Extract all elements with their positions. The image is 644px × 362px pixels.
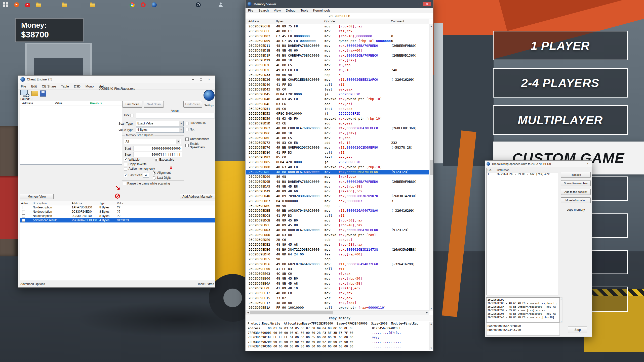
- alignment-radio[interactable]: [153, 171, 156, 174]
- first-scan-button[interactable]: First Scan: [122, 101, 142, 108]
- hex-checkbox[interactable]: [131, 114, 134, 117]
- scroll-up-icon[interactable]: ▲: [429, 323, 433, 325]
- table-extras-link[interactable]: Table Extras: [197, 282, 214, 286]
- disassembly-row[interactable]: 26C2D69ED2C4C 8B C5movr8,rbp: [246, 63, 429, 68]
- disassembly-row[interactable]: 26C2D69ED4385 C0testeax,eax: [246, 87, 429, 92]
- scroll-down-icon[interactable]: ▼: [429, 307, 433, 310]
- copy-memory-button[interactable]: copy memory: [246, 315, 433, 321]
- hex-row[interactable]: 7FF63B409010FF FF FF FF 01 00 00 00 05 0…: [246, 335, 429, 340]
- close-button[interactable]: ×: [423, 2, 431, 6]
- scroll-right-icon[interactable]: ▶: [425, 311, 429, 314]
- last-digits-radio[interactable]: [153, 176, 156, 179]
- column-header-active[interactable]: Active: [21, 202, 29, 205]
- scroll-thumb[interactable]: [250, 311, 333, 314]
- address-table-row[interactable]: No description2C830F24ED08 Bytes??: [20, 210, 215, 214]
- undo-scan-button[interactable]: Undo Scan: [183, 101, 202, 108]
- column-header-type[interactable]: Type: [99, 202, 105, 205]
- disassembly-row[interactable]: 26C2D69EDBC66 90nop2: [246, 204, 429, 208]
- disassembly-row[interactable]: 26C2D69EDB7BA 03000000movedx,000000033: [246, 199, 429, 204]
- disassembly-row[interactable]: 26C2D69EDAD48 B9 709D203D6B020000movrcx,…: [246, 194, 429, 199]
- column-header-comment[interactable]: Comment: [391, 20, 404, 23]
- scan-region-dropdown[interactable]: All: [124, 139, 181, 144]
- disassembly-row[interactable]: 26C2D69ED4B48 63 45 F0movsxdrax,dword pt…: [246, 97, 429, 102]
- disassembly-row[interactable]: 26C2D69EDA548 8B 4D E8movrcx,[rbp-18]: [246, 184, 429, 189]
- enable-speedhack-checkbox[interactable]: [185, 144, 189, 147]
- disassembly-row[interactable]: 26C2D69EDBE49 BB A03807946A020000movr11,…: [246, 208, 429, 213]
- disassembly-row[interactable]: 26C2D69ED5D03 CEaddecx,esi: [246, 121, 429, 126]
- opcode-list[interactable]: Co...Instruction 126C2D69ED99 - 89 08 - …: [486, 168, 558, 295]
- disassembly-row[interactable]: 26C2D69ED8B48 63 4D F0movsxdrcx,dword pt…: [246, 165, 429, 170]
- scroll-up-icon[interactable]: ▲: [560, 298, 562, 300]
- button-replace[interactable]: Replace: [561, 172, 591, 178]
- menu-item-kernel-tools[interactable]: Kernel tools: [313, 9, 331, 12]
- disassembly-row[interactable]: 26C2D69EDDD48 63 00movsxdrax,dword ptr […: [246, 233, 429, 238]
- menu-button-1-player[interactable]: 1 PLAYER: [493, 31, 628, 60]
- open-table-icon[interactable]: [31, 91, 38, 96]
- disassembly-row[interactable]: 26C2D69ED450F84 E2010000je26C2D69EF2D: [246, 92, 429, 97]
- not-checkbox[interactable]: [185, 128, 188, 131]
- disassembly-row[interactable]: 26C2D69EE1748 8B 00movrax,[rax]: [246, 301, 429, 305]
- value-input[interactable]: [136, 113, 215, 118]
- row-checkbox[interactable]: [22, 219, 25, 222]
- scan-type-dropdown[interactable]: Exact Value: [136, 121, 184, 126]
- pause-game-checkbox[interactable]: [123, 182, 126, 185]
- disassembly-row[interactable]: 26C2D69EDCF48 89 45 B8mov[rbp-48],rax: [246, 223, 429, 228]
- disassembly-row[interactable]: 26C2D69EE1533 D2xoredx,edx: [246, 296, 429, 301]
- titlebar[interactable]: Cheat Engine 7.5 − □ ×: [18, 76, 215, 83]
- close-button[interactable]: ×: [205, 77, 213, 81]
- advanced-options-link[interactable]: Advanced Options: [20, 282, 45, 286]
- disassembly-row[interactable]: 26C2D69ECFF48 8B F1movrsi,rcx: [246, 29, 429, 34]
- column-header-instruction[interactable]: Instruction: [497, 168, 509, 171]
- disassembly-row[interactable]: 26C2D69EDA948 89 48 60mov[rax+60],rcx: [246, 189, 429, 194]
- value-type-dropdown[interactable]: 4 Bytes: [136, 127, 184, 133]
- disassembly-row[interactable]: 26C2D69ED1F48 B8 C0BE0FA76B020000movrax,…: [246, 53, 429, 58]
- disassembly-scrollbar[interactable]: ▲ ▼: [429, 24, 433, 310]
- address-table-row[interactable]: No description2C830F24ED08 Bytes??: [20, 214, 215, 218]
- no-entry-icon[interactable]: [115, 194, 120, 199]
- disassembly-row[interactable]: 26C2D69ED2F49 83 C0 F0addr8,-10240: [246, 68, 429, 73]
- column-header-co[interactable]: Co...: [488, 168, 493, 171]
- disassembly-row[interactable]: 26C2D69ED0948 C7 45 E8 00000000movqword …: [246, 39, 429, 43]
- disassembly-row[interactable]: 26C2D69ED6F4C 8B C5movr8,rbp: [246, 136, 429, 141]
- button-add-to-the-codelist[interactable]: Add to the codelist: [561, 189, 591, 195]
- hexdump-scrollbar[interactable]: ▲ ▼: [429, 322, 433, 350]
- disassembly-row[interactable]: 26C2D69ED8F48 B8 D0BE0FA76B020000movrax,…: [246, 170, 429, 174]
- disassembly-row[interactable]: 26C2D69ED1B48 8B 48 60movrcx,[rax+60]: [246, 48, 429, 53]
- column-header-address[interactable]: Address: [22, 102, 33, 105]
- select-process-icon[interactable]: [20, 90, 29, 97]
- row-checkbox[interactable]: [22, 210, 25, 213]
- active-memory-checkbox[interactable]: [124, 167, 127, 170]
- found-list[interactable]: AddressValuePrevious: [20, 101, 122, 165]
- row-checkbox[interactable]: [22, 214, 25, 217]
- save-table-icon[interactable]: [40, 90, 46, 97]
- menu-item-search[interactable]: Search: [258, 9, 269, 12]
- disassembly-row[interactable]: 26C2D69EE034C 8B C0movr8,rax: [246, 272, 429, 276]
- disassembly-row[interactable]: 26C2D69EE1AFF 90 10010000callqword ptr […: [246, 305, 429, 310]
- unrandomizer-checkbox[interactable]: [185, 138, 189, 141]
- fast-scan-checkbox[interactable]: [124, 174, 127, 177]
- disassembly-row[interactable]: 26C2D69EE0A48 8B 4D A8movrcx,[rbp-58]: [246, 281, 429, 286]
- disassembly-row[interactable]: 26C2D69ED7249 83 C0 E8addr8,-18232: [246, 141, 429, 145]
- disassembly-row[interactable]: 26C2D69EDD348 B8 D0BE0FA76B020000movrax,…: [246, 228, 429, 233]
- hex-row[interactable]: 7FF63B40902000 00 08 00 00 00 00 00 00 0…: [246, 340, 429, 344]
- lua-formula-checkbox[interactable]: [185, 122, 188, 125]
- disassembly-row[interactable]: 26C2D69ED530F8C D4010000jl26C2D69EF2D: [246, 111, 429, 116]
- maximize-button[interactable]: □: [415, 2, 423, 6]
- start-input[interactable]: [134, 146, 182, 151]
- disassembly-row[interactable]: 26C2D69ED3649 BB C0AF31EE6B020000movr11,…: [246, 77, 429, 82]
- scroll-down-icon[interactable]: ▼: [560, 320, 562, 322]
- disassembly-row[interactable]: 26C2D69ED3366 66 90nop3: [246, 73, 429, 77]
- disassembly-row[interactable]: 26C2D69ED4041 FF D3callr11: [246, 82, 429, 87]
- disassembly-row[interactable]: 26C2D69EDC841 FF D3callr11: [246, 213, 429, 218]
- button-more-information[interactable]: More information: [561, 197, 591, 203]
- stop-button[interactable]: Stop: [568, 327, 587, 333]
- titlebar[interactable]: The following opcodes write to 26BA70FBE…: [485, 161, 592, 167]
- row-checkbox[interactable]: [22, 206, 25, 209]
- column-header-opcode[interactable]: Opcode: [324, 20, 335, 23]
- context-scrollbar[interactable]: ▲ ▼: [560, 297, 562, 323]
- memory-view-button[interactable]: Memory View: [20, 194, 54, 199]
- button-show-disassembler[interactable]: Show disassembler: [561, 180, 591, 186]
- disassembly-row[interactable]: 26C2D69ED6C48 8B 10movrdx,[rax]: [246, 131, 429, 136]
- address-bar[interactable]: 26C2D69ECFB: [246, 13, 433, 19]
- maximize-button[interactable]: □: [197, 77, 205, 81]
